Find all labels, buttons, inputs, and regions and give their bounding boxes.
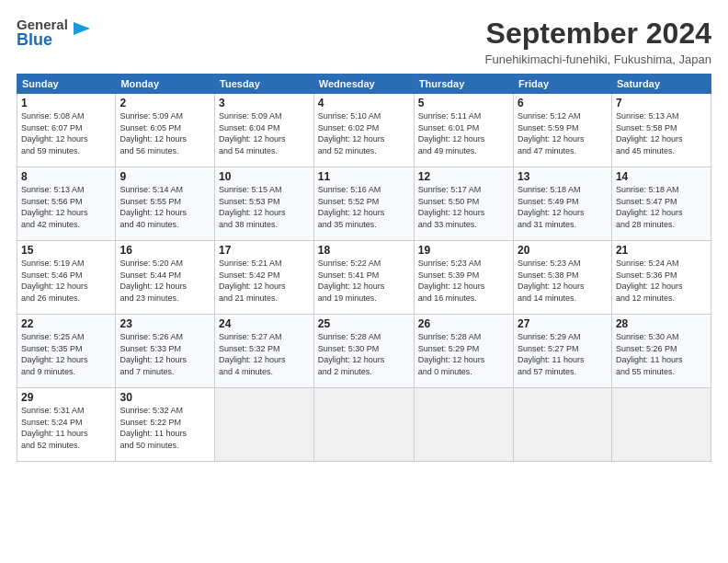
empty-cell: [313, 388, 414, 462]
day-cell-28: 28Sunrise: 5:30 AM Sunset: 5:26 PM Dayli…: [611, 315, 711, 388]
day-number: 2: [119, 97, 210, 109]
header-day-tuesday: Tuesday: [215, 75, 314, 94]
header-day-monday: Monday: [116, 75, 215, 94]
day-number: 5: [418, 97, 509, 109]
logo-name: General Blue: [17, 17, 68, 47]
logo-arrow-icon: [72, 18, 92, 42]
day-number: 28: [616, 317, 707, 330]
day-info: Sunrise: 5:23 AM Sunset: 5:39 PM Dayligh…: [418, 258, 509, 304]
day-info: Sunrise: 5:18 AM Sunset: 5:49 PM Dayligh…: [518, 184, 608, 230]
day-info: Sunrise: 5:15 AM Sunset: 5:53 PM Dayligh…: [219, 184, 310, 230]
day-info: Sunrise: 5:17 AM Sunset: 5:50 PM Dayligh…: [418, 184, 509, 230]
calendar-week-row: 1Sunrise: 5:08 AM Sunset: 6:07 PM Daylig…: [17, 94, 711, 167]
title-area: September 2024 Funehikimachi-funehiki, F…: [485, 17, 711, 66]
day-number: 4: [318, 97, 410, 109]
calendar-week-row: 29Sunrise: 5:31 AM Sunset: 5:24 PM Dayli…: [17, 388, 711, 462]
day-number: 27: [518, 317, 608, 330]
day-number: 3: [219, 97, 310, 109]
day-cell-16: 16Sunrise: 5:20 AM Sunset: 5:44 PM Dayli…: [116, 241, 215, 315]
day-number: 17: [219, 244, 310, 257]
header-day-wednesday: Wednesday: [313, 75, 414, 94]
day-number: 19: [418, 244, 509, 257]
day-cell-7: 7Sunrise: 5:13 AM Sunset: 5:58 PM Daylig…: [611, 94, 711, 167]
day-cell-21: 21Sunrise: 5:24 AM Sunset: 5:36 PM Dayli…: [611, 241, 711, 315]
day-info: Sunrise: 5:21 AM Sunset: 5:42 PM Dayligh…: [219, 258, 310, 304]
day-number: 8: [21, 170, 111, 183]
day-cell-19: 19Sunrise: 5:23 AM Sunset: 5:39 PM Dayli…: [414, 241, 513, 315]
logo-blue-text: Blue: [17, 32, 68, 47]
day-cell-8: 8Sunrise: 5:13 AM Sunset: 5:56 PM Daylig…: [17, 167, 116, 241]
empty-cell: [513, 388, 611, 462]
day-info: Sunrise: 5:14 AM Sunset: 5:55 PM Dayligh…: [119, 184, 210, 230]
day-info: Sunrise: 5:32 AM Sunset: 5:22 PM Dayligh…: [119, 405, 210, 451]
day-info: Sunrise: 5:09 AM Sunset: 6:05 PM Dayligh…: [119, 110, 210, 156]
header-day-saturday: Saturday: [611, 75, 711, 94]
day-info: Sunrise: 5:24 AM Sunset: 5:36 PM Dayligh…: [616, 258, 707, 304]
day-cell-17: 17Sunrise: 5:21 AM Sunset: 5:42 PM Dayli…: [215, 241, 314, 315]
day-number: 30: [119, 391, 210, 404]
day-cell-9: 9Sunrise: 5:14 AM Sunset: 5:55 PM Daylig…: [116, 167, 215, 241]
day-cell-13: 13Sunrise: 5:18 AM Sunset: 5:49 PM Dayli…: [513, 167, 611, 241]
day-info: Sunrise: 5:29 AM Sunset: 5:27 PM Dayligh…: [518, 331, 608, 377]
day-cell-10: 10Sunrise: 5:15 AM Sunset: 5:53 PM Dayli…: [215, 167, 314, 241]
day-info: Sunrise: 5:10 AM Sunset: 6:02 PM Dayligh…: [318, 110, 410, 156]
day-number: 24: [219, 317, 310, 330]
day-cell-2: 2Sunrise: 5:09 AM Sunset: 6:05 PM Daylig…: [116, 94, 215, 167]
logo: General Blue: [17, 17, 92, 47]
day-number: 23: [119, 317, 210, 330]
day-info: Sunrise: 5:28 AM Sunset: 5:30 PM Dayligh…: [318, 331, 410, 377]
main-title: September 2024: [485, 17, 711, 51]
header-day-thursday: Thursday: [414, 75, 513, 94]
day-info: Sunrise: 5:12 AM Sunset: 5:59 PM Dayligh…: [518, 110, 608, 156]
day-number: 13: [518, 170, 608, 183]
day-cell-26: 26Sunrise: 5:28 AM Sunset: 5:29 PM Dayli…: [414, 315, 513, 388]
day-cell-20: 20Sunrise: 5:23 AM Sunset: 5:38 PM Dayli…: [513, 241, 611, 315]
calendar-header-row: SundayMondayTuesdayWednesdayThursdayFrid…: [17, 75, 711, 94]
day-number: 12: [418, 170, 509, 183]
day-number: 11: [318, 170, 410, 183]
calendar-week-row: 8Sunrise: 5:13 AM Sunset: 5:56 PM Daylig…: [17, 167, 711, 241]
day-info: Sunrise: 5:13 AM Sunset: 5:58 PM Dayligh…: [616, 110, 707, 156]
day-info: Sunrise: 5:20 AM Sunset: 5:44 PM Dayligh…: [119, 258, 210, 304]
day-cell-23: 23Sunrise: 5:26 AM Sunset: 5:33 PM Dayli…: [116, 315, 215, 388]
day-cell-25: 25Sunrise: 5:28 AM Sunset: 5:30 PM Dayli…: [313, 315, 414, 388]
empty-cell: [414, 388, 513, 462]
calendar-table: SundayMondayTuesdayWednesdayThursdayFrid…: [17, 74, 711, 462]
header: General Blue September 2024 Funehikimach…: [17, 17, 711, 66]
day-number: 10: [219, 170, 310, 183]
day-info: Sunrise: 5:30 AM Sunset: 5:26 PM Dayligh…: [616, 331, 707, 377]
day-number: 15: [21, 244, 111, 257]
day-cell-11: 11Sunrise: 5:16 AM Sunset: 5:52 PM Dayli…: [313, 167, 414, 241]
day-cell-15: 15Sunrise: 5:19 AM Sunset: 5:46 PM Dayli…: [17, 241, 116, 315]
header-day-friday: Friday: [513, 75, 611, 94]
day-number: 6: [518, 97, 608, 109]
page: General Blue September 2024 Funehikimach…: [0, 0, 728, 563]
day-info: Sunrise: 5:19 AM Sunset: 5:46 PM Dayligh…: [21, 258, 111, 304]
day-info: Sunrise: 5:22 AM Sunset: 5:41 PM Dayligh…: [318, 258, 410, 304]
day-number: 25: [318, 317, 410, 330]
day-cell-4: 4Sunrise: 5:10 AM Sunset: 6:02 PM Daylig…: [313, 94, 414, 167]
day-number: 1: [21, 97, 111, 109]
day-number: 7: [616, 97, 707, 109]
day-number: 14: [616, 170, 707, 183]
day-cell-5: 5Sunrise: 5:11 AM Sunset: 6:01 PM Daylig…: [414, 94, 513, 167]
day-info: Sunrise: 5:18 AM Sunset: 5:47 PM Dayligh…: [616, 184, 707, 230]
day-number: 16: [119, 244, 210, 257]
day-number: 20: [518, 244, 608, 257]
day-cell-22: 22Sunrise: 5:25 AM Sunset: 5:35 PM Dayli…: [17, 315, 116, 388]
day-info: Sunrise: 5:13 AM Sunset: 5:56 PM Dayligh…: [21, 184, 111, 230]
day-info: Sunrise: 5:16 AM Sunset: 5:52 PM Dayligh…: [318, 184, 410, 230]
svg-marker-0: [74, 22, 90, 35]
day-info: Sunrise: 5:23 AM Sunset: 5:38 PM Dayligh…: [518, 258, 608, 304]
empty-cell: [215, 388, 314, 462]
day-info: Sunrise: 5:25 AM Sunset: 5:35 PM Dayligh…: [21, 331, 111, 377]
day-info: Sunrise: 5:28 AM Sunset: 5:29 PM Dayligh…: [418, 331, 509, 377]
day-info: Sunrise: 5:08 AM Sunset: 6:07 PM Dayligh…: [21, 110, 111, 156]
day-cell-3: 3Sunrise: 5:09 AM Sunset: 6:04 PM Daylig…: [215, 94, 314, 167]
day-cell-24: 24Sunrise: 5:27 AM Sunset: 5:32 PM Dayli…: [215, 315, 314, 388]
subtitle: Funehikimachi-funehiki, Fukushima, Japan: [485, 52, 711, 66]
day-number: 9: [119, 170, 210, 183]
day-number: 29: [21, 391, 111, 404]
day-number: 18: [318, 244, 410, 257]
empty-cell: [611, 388, 711, 462]
